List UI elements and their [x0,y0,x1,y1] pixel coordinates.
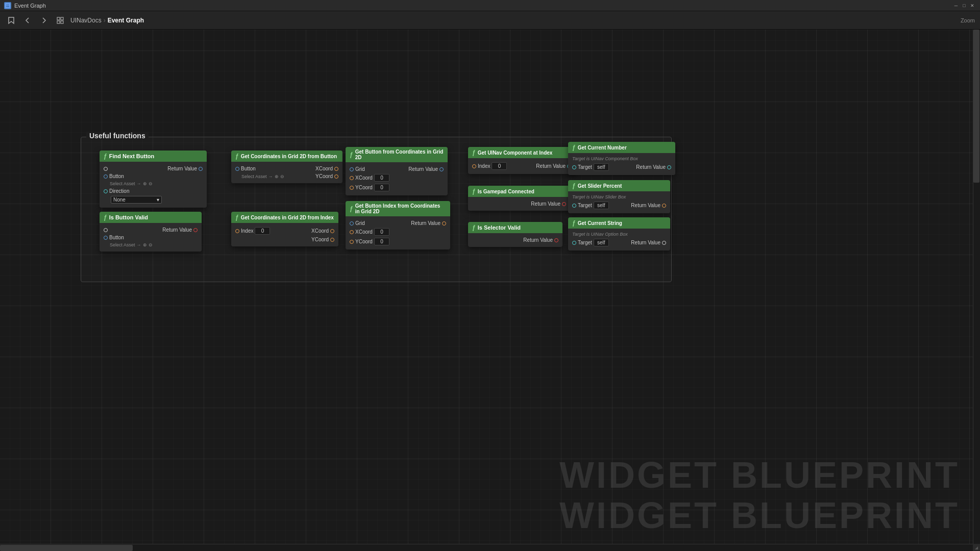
scrollbar-vertical[interactable] [973,30,980,544]
pin-exec-in [104,167,108,171]
svg-rect-3 [57,17,60,20]
bookmark-button[interactable] [5,14,17,27]
node-get-uinav-component-at-index-header: ƒ Get UINav Component at Index [468,147,575,158]
node-find-next-button-body: Return Value Button Select Asset → ⊕ ⊖ D… [100,162,207,208]
node-get-button-from-coords-header: ƒ Get Button from Coordinates in Grid 2D [346,147,448,162]
node-get-button-index-from-coords-title: Get Button Index from Coordinates in Gri… [355,203,446,214]
scrollbar-horizontal-thumb[interactable] [0,545,133,551]
pin-ibv-return-out [193,228,198,232]
node-is-selector-valid-title: Is Selector Valid [478,224,521,231]
node-get-coords-from-button-title: Get Coordinates in Grid 2D from Button [241,154,337,159]
node-get-coords-from-index-title: Get Coordinates in Grid 2D from Index [241,215,334,220]
pin-button-in [104,174,108,179]
node-find-next-button-row-return: Return Value [100,165,207,172]
window-controls: ─ □ ✕ [952,2,976,9]
node-is-selector-valid: ƒ Is Selector Valid Return Value [468,222,562,247]
node-find-next-button: ƒ Find Next Button Return Value Button S… [100,151,207,208]
maximize-button[interactable]: □ [961,2,968,9]
node-is-gamepad-connected: ƒ Is Gamepad Connected Return Value [468,186,570,211]
return-value-label: Return Value [167,166,197,171]
pin-ibv-exec-in [104,228,108,232]
node-get-current-number: ƒ Get Current Number Target is UINav Com… [568,142,675,175]
node-is-gamepad-connected-title: Is Gamepad Connected [478,189,534,194]
window-title: Event Graph [14,3,46,9]
svg-rect-5 [57,21,60,23]
app-icon [4,2,11,9]
node-get-button-from-coords-title: Get Button from Coordinates in Grid 2D [355,149,444,160]
node-find-next-button-header: ƒ Find Next Button [100,151,207,162]
node-is-button-valid: ƒ Is Button Valid Return Value Button Se… [100,212,202,252]
node-get-current-string: ƒ Get Current String Target is UINav Opt… [568,217,670,251]
direction-dropdown[interactable]: None ▾ [111,196,162,204]
zoom-label: Zoom [961,17,975,23]
svg-rect-6 [61,21,63,23]
node-find-next-button-row-button: Button [100,172,207,180]
direction-label: Direction [109,188,129,194]
node-is-selector-valid-header: ƒ Is Selector Valid [468,222,562,233]
node-is-gamepad-connected-header: ƒ Is Gamepad Connected [468,186,570,197]
scrollbar-horizontal[interactable] [0,544,980,551]
breadcrumb-current: Event Graph [108,17,144,24]
pin-ibv-button-in [104,236,108,240]
node-get-coords-from-index-header: ƒ Get Coordinates in Grid 2D from Index [231,212,338,223]
node-get-coords-from-index: ƒ Get Coordinates in Grid 2D from Index … [231,212,338,246]
node-find-next-button-title: Find Next Button [109,153,155,159]
node-find-next-button-row-direction: Direction [100,187,207,195]
grid-icon [54,14,66,27]
node-get-coords-from-button-header: ƒ Get Coordinates in Grid 2D from Button [231,151,342,162]
node-is-button-valid-header: ƒ Is Button Valid [100,212,202,223]
node-get-slider-percent: ƒ Get Slider Percent Target is UINav Sli… [568,180,670,213]
node-is-button-valid-title: Is Button Valid [109,214,148,220]
pin-return-value-out [199,167,203,171]
node-get-coords-from-button: ƒ Get Coordinates in Grid 2D from Button… [231,151,342,183]
section-title: Useful functions [86,132,149,140]
scrollbar-vertical-thumb[interactable] [973,30,979,183]
node-is-button-valid-body: Return Value Button Select Asset → ⊕ ⊖ [100,223,202,252]
node-get-uinav-component-at-index-title: Get UINav Component at Index [478,150,553,156]
top-toolbar: UINavDocs › Event Graph Zoom [0,11,980,30]
node-get-button-from-coords: ƒ Get Button from Coordinates in Grid 2D… [346,147,448,195]
breadcrumb: UINavDocs › Event Graph [70,17,144,24]
breadcrumb-separator: › [104,17,106,24]
breadcrumb-root[interactable]: UINavDocs [70,17,102,24]
forward-button[interactable] [38,14,50,27]
title-bar: Event Graph ─ □ ✕ [0,0,980,11]
node-get-button-index-from-coords: ƒ Get Button Index from Coordinates in G… [346,201,450,249]
resize-handle[interactable]: ◢ [973,544,980,551]
minimize-button[interactable]: ─ [952,2,960,9]
svg-rect-4 [61,17,63,20]
node-get-button-index-from-coords-header: ƒ Get Button Index from Coordinates in G… [346,201,450,216]
close-button[interactable]: ✕ [969,2,976,9]
svg-marker-2 [9,17,14,23]
svg-rect-0 [6,4,10,8]
node-get-uinav-component-at-index: ƒ Get UINav Component at Index Index 0 R… [468,147,575,174]
button-label: Button [109,173,124,179]
pin-direction-in [104,189,108,193]
back-button[interactable] [21,14,34,27]
